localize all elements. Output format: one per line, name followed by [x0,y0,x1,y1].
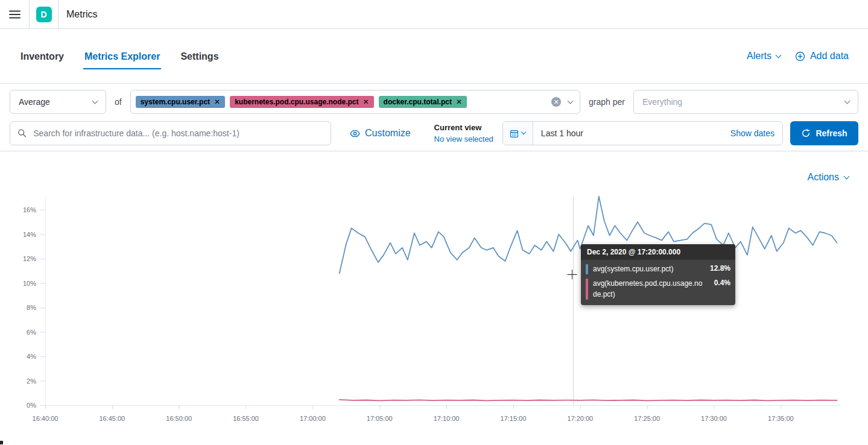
metric-pills: system.cpu.user.pct✕kubernetes.pod.cpu.u… [136,96,467,108]
x-tick-label: 16:50:00 [166,415,192,422]
y-tick-label: 14% [23,231,36,238]
refresh-button[interactable]: Refresh [790,121,858,145]
add-data-label: Add data [810,51,849,62]
x-tick-label: 17:35:00 [768,415,794,422]
group-by-placeholder: Everything [642,97,682,107]
graph-per-label: graph per [589,97,625,107]
chevron-down-icon[interactable] [568,98,574,104]
metrics-chart[interactable]: 0%2%4%6%8%10%12%14%16%16:40:0016:45:0016… [0,193,868,445]
chevron-down-icon [844,173,850,179]
y-tick-label: 16% [23,206,36,213]
search-icon [17,128,27,138]
tooltip-series-value: 0.4% [714,279,730,287]
tab-metrics-explorer[interactable]: Metrics Explorer [83,43,161,69]
tab-settings[interactable]: Settings [179,43,220,69]
x-tick-label: 17:15:00 [501,415,527,422]
quick-select-button[interactable] [503,122,533,145]
metric-row: Average of system.cpu.user.pct✕kubernete… [10,90,858,114]
top-bar: D Metrics [0,0,868,29]
combobox-controls: ✕ [551,97,572,107]
metric-pill-label: kubernetes.pod.cpu.usage.node.pct [235,98,358,106]
y-tick-label: 4% [27,353,36,360]
filter-bar: Average of system.cpu.user.pct✕kubernete… [0,84,868,151]
app-logo-badge: D [36,7,52,22]
series-color-bar [586,264,588,274]
menu-button[interactable] [0,0,29,28]
current-view-title: Current view [434,122,493,134]
plus-circle-icon [795,51,805,62]
metrics-combobox[interactable]: system.cpu.user.pct✕kubernetes.pod.cpu.u… [130,90,580,114]
chart-tooltip: Dec 2, 2020 @ 17:20:00.000 avg(system.cp… [581,244,735,305]
metric-pill[interactable]: docker.cpu.total.pct✕ [379,96,467,108]
nav-actions: Alerts Add data [747,51,849,62]
aggregation-select[interactable]: Average [10,90,106,114]
x-tick-label: 16:40:00 [33,415,59,422]
clear-all-icon[interactable]: ✕ [551,97,561,107]
refresh-label: Refresh [816,128,847,138]
hamburger-icon [9,10,21,19]
chevron-down-icon [521,130,526,134]
aggregation-value: Average [19,97,50,107]
tooltip-row: avg(system.cpu.user.pct)12.8% [586,264,730,274]
add-data-button[interactable]: Add data [795,51,849,62]
page-title: Metrics [59,0,98,28]
metric-line-1 [340,400,837,400]
chart-canvas[interactable]: 0%2%4%6%8%10%12%14%16%16:40:0016:45:0016… [0,193,868,445]
search-box [10,121,331,145]
y-tick-label: 6% [27,329,36,336]
x-tick-label: 17:00:00 [300,415,326,422]
x-tick-label: 16:45:00 [99,415,125,422]
y-tick-label: 2% [27,377,36,385]
app-logo[interactable]: D [30,0,58,28]
group-by-combobox[interactable]: Everything [633,90,858,114]
tabs: InventoryMetrics ExplorerSettings [19,43,238,69]
tooltip-timestamp: Dec 2, 2020 @ 17:20:00.000 [581,244,735,260]
crosshair-cursor-icon [567,270,577,279]
actions-label: Actions [808,172,839,183]
metric-pill[interactable]: system.cpu.user.pct✕ [136,96,225,108]
tooltip-series-value: 12.8% [710,264,730,273]
x-tick-label: 17:10:00 [434,415,460,422]
x-tick-label: 16:55:00 [233,415,259,422]
y-tick-label: 10% [23,280,36,287]
tooltip-row: avg(kubernetes.pod.cpu.usage.node.pct)0.… [586,279,730,300]
show-dates-button[interactable]: Show dates [730,128,782,138]
screen-artifact [0,441,3,444]
metric-pill-label: docker.cpu.total.pct [384,98,452,106]
time-range-value[interactable]: Last 1 hour [533,128,591,138]
metric-pill-label: system.cpu.user.pct [141,98,210,106]
tab-inventory[interactable]: Inventory [19,43,65,69]
chevron-down-icon [92,98,98,104]
search-row: Customize Current view No view selected … [10,121,858,145]
calendar-icon [510,129,519,138]
y-tick-label: 8% [27,304,36,311]
tooltip-rows: avg(system.cpu.user.pct)12.8%avg(kuberne… [581,260,735,305]
current-view: Current view No view selected [434,122,493,145]
search-input[interactable] [32,128,323,139]
chart-actions-menu[interactable]: Actions [808,172,849,183]
customize-button[interactable]: Customize [350,128,411,139]
nav-bar: InventoryMetrics ExplorerSettings Alerts… [0,29,868,84]
refresh-icon [801,128,811,138]
remove-metric-icon[interactable]: ✕ [363,98,369,106]
eye-icon [350,128,360,139]
alerts-menu[interactable]: Alerts [747,51,781,62]
chevron-down-icon [775,52,781,58]
tooltip-series-label: avg(system.cpu.user.pct) [593,264,703,274]
of-label: of [115,97,122,107]
x-tick-label: 17:20:00 [567,415,593,422]
remove-metric-icon[interactable]: ✕ [456,98,462,106]
metric-pill[interactable]: kubernetes.pod.cpu.usage.node.pct✕ [230,96,373,108]
x-tick-label: 17:25:00 [634,415,660,422]
tooltip-series-label: avg(kubernetes.pod.cpu.usage.node.pct) [593,279,703,300]
y-tick-label: 0% [27,402,36,409]
y-tick-label: 12% [23,255,36,262]
x-tick-label: 17:05:00 [367,415,393,422]
date-picker: Last 1 hour Show dates [502,121,783,145]
remove-metric-icon[interactable]: ✕ [214,98,220,106]
chevron-down-icon [844,98,851,104]
x-tick-label: 17:30:00 [701,415,727,422]
alerts-label: Alerts [747,51,771,62]
current-view-link[interactable]: No view selected [434,133,493,145]
customize-label: Customize [365,128,411,139]
